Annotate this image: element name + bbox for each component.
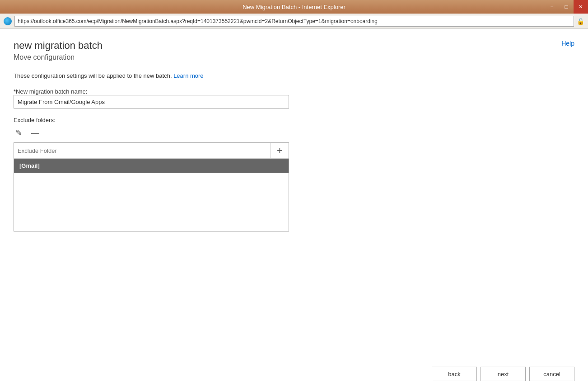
bottom-bar: back next cancel	[432, 367, 574, 381]
window-controls: − □ ✕	[545, 0, 588, 14]
remove-icon: —	[31, 128, 39, 138]
address-bar: 🔒	[0, 14, 588, 29]
ie-logo-icon	[4, 17, 12, 25]
close-button[interactable]: ✕	[574, 0, 588, 14]
add-folder-button[interactable]: +	[271, 143, 289, 158]
batch-name-label: *New migration batch name:	[14, 88, 87, 95]
address-input[interactable]	[14, 16, 574, 27]
maximize-button[interactable]: □	[559, 0, 574, 14]
remove-folder-button[interactable]: —	[29, 128, 41, 139]
exclude-folders-label: Exclude folders:	[14, 117, 574, 123]
window-title: New Migration Batch - Internet Explorer	[243, 4, 345, 10]
next-button[interactable]: next	[481, 367, 526, 381]
learn-more-link[interactable]: Learn more	[173, 72, 203, 79]
description-text: These configuration settings will be app…	[14, 72, 574, 79]
edit-icon: ✎	[15, 128, 22, 138]
folder-panel: + [Gmail]	[14, 142, 289, 231]
folder-list: [Gmail]	[14, 159, 289, 231]
folder-item[interactable]: [Gmail]	[14, 159, 289, 173]
folder-item-name: [Gmail]	[19, 162, 40, 169]
exclude-folder-input[interactable]	[14, 143, 271, 158]
page-title: new migration batch	[14, 40, 574, 52]
back-button[interactable]: back	[432, 367, 477, 381]
lock-icon: 🔒	[577, 18, 584, 25]
minimize-button[interactable]: −	[545, 0, 559, 14]
folder-input-row: +	[14, 143, 289, 159]
help-link[interactable]: Help	[561, 40, 574, 47]
edit-folder-button[interactable]: ✎	[14, 127, 24, 139]
folder-toolbar: ✎ —	[14, 127, 574, 139]
page-subtitle: Move configuration	[14, 53, 574, 61]
title-bar: New Migration Batch - Internet Explorer …	[0, 0, 588, 14]
description-prefix: These configuration settings will be app…	[14, 72, 172, 79]
add-icon: +	[277, 145, 283, 156]
batch-name-input[interactable]	[14, 95, 289, 109]
cancel-button[interactable]: cancel	[529, 367, 574, 381]
content-area: Help new migration batch Move configurat…	[0, 29, 588, 392]
